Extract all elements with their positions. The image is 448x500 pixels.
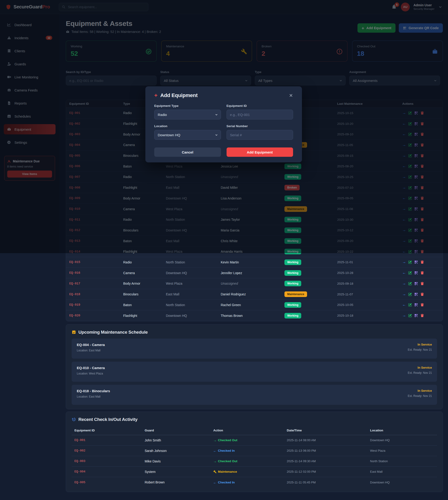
arrow-left-icon[interactable]: ← xyxy=(402,303,406,307)
serial-number-label: Serial Number xyxy=(226,124,293,128)
qr-code-icon[interactable] xyxy=(414,271,418,275)
equipment-type-select[interactable]: Radio xyxy=(154,110,221,119)
arrow-right-icon[interactable]: → xyxy=(402,260,406,264)
location-label: Location xyxy=(154,124,221,128)
trash-icon[interactable] xyxy=(420,303,424,307)
arrow-right-icon[interactable]: → xyxy=(402,314,406,318)
arrow-right-icon[interactable]: → xyxy=(402,282,406,286)
equipment-id: EQ-018 xyxy=(66,292,123,296)
activity-location: West Plaza xyxy=(370,449,437,452)
edit-icon[interactable] xyxy=(408,282,412,286)
activity-location: Downtown HQ xyxy=(370,481,437,484)
cancel-button[interactable]: Cancel xyxy=(154,147,221,157)
trash-icon[interactable] xyxy=(420,271,424,275)
trash-icon[interactable] xyxy=(420,292,424,296)
guard-name: Robert Brown xyxy=(145,480,213,484)
table-row: EQ-019 Baton North Station Rachel Green … xyxy=(66,300,443,310)
qr-code-icon[interactable] xyxy=(414,282,418,286)
equipment-id: EQ-003 xyxy=(72,459,145,463)
maintenance-item-name: EQ-018 - Binoculars xyxy=(77,389,110,393)
wrench-icon xyxy=(213,470,217,473)
guard-name: Mike Davis xyxy=(145,459,213,463)
maintenance-schedule-section: Upcoming Maintenance Schedule EQ-004 - C… xyxy=(66,324,443,409)
last-maintenance-date: 2025-09-18 xyxy=(337,282,402,285)
equipment-id: EQ-004 xyxy=(72,470,145,473)
trash-icon[interactable] xyxy=(420,260,424,264)
equipment-assigned: Kevin Martin xyxy=(221,260,285,264)
trash-icon[interactable] xyxy=(420,282,424,286)
table-row: EQ-003 Mike Davis →Checked Out 2025-11-1… xyxy=(72,456,437,467)
location-select[interactable]: Downtown HQ xyxy=(154,130,221,140)
activity-datetime: 2025-11-12 02:00 PM xyxy=(287,470,370,473)
edit-icon[interactable] xyxy=(408,303,412,307)
equipment-id: EQ-001 xyxy=(72,438,145,442)
table-row: EQ-017 Body Armor West Plaza Unassigned … xyxy=(66,278,443,289)
serial-number-input[interactable] xyxy=(230,133,290,137)
add-equipment-modal: + Add Equipment Equipment Type Radio Equ… xyxy=(145,86,302,162)
status-badge: Working xyxy=(285,302,301,308)
maintenance-item: EQ-004 - Camera Location: East Mall In S… xyxy=(72,339,437,359)
equipment-id-input[interactable] xyxy=(230,113,290,117)
last-maintenance-date: 2025-10-05 xyxy=(337,303,402,306)
table-row: EQ-005 Robert Brown ←Checked In 2025-11-… xyxy=(72,477,437,488)
edit-icon[interactable] xyxy=(408,271,412,275)
ready-estimate: Est. Ready: Nov 21 xyxy=(408,348,432,351)
table-row: EQ-001 John Smith →Checked Out 2025-11-1… xyxy=(72,435,437,446)
equipment-location: Downtown HQ xyxy=(166,314,221,318)
last-maintenance-date: 2025-11-01 xyxy=(337,260,402,264)
in-service-badge: In Service xyxy=(408,389,432,392)
modal-title: Add Equipment xyxy=(160,92,198,98)
arrow-right-icon: → xyxy=(213,460,217,463)
table-row: EQ-002 Sarah Johnson ←Checked In 2025-11… xyxy=(72,446,437,456)
arrow-right-icon[interactable]: → xyxy=(402,292,406,296)
maintenance-item-location: Location: West Plaza xyxy=(77,372,105,375)
ready-estimate: Est. Ready: Nov 21 xyxy=(408,394,432,398)
equipment-type: Body Armor xyxy=(123,282,166,285)
status-badge: Working xyxy=(285,313,301,319)
activity-datetime: 2025-11-11 05:45 PM xyxy=(287,481,370,484)
equipment-assigned: Jennifer Lopez xyxy=(221,271,285,275)
arrow-left-icon: ← xyxy=(213,449,217,452)
qr-code-icon[interactable] xyxy=(414,314,418,318)
trash-icon[interactable] xyxy=(420,314,424,318)
equipment-type: Baton xyxy=(123,303,166,307)
arrow-left-icon[interactable]: ← xyxy=(402,271,406,275)
modal-add-equipment-button[interactable]: Add Equipment xyxy=(226,147,293,157)
equipment-location: West Plaza xyxy=(166,282,221,285)
equipment-type: Radio xyxy=(123,260,166,264)
plus-icon: + xyxy=(154,93,158,98)
qr-code-icon[interactable] xyxy=(414,292,418,296)
activity-table-header: Equipment ID Guard Action Date/Time Loca… xyxy=(72,426,437,435)
ready-estimate: Est. Ready: Nov 21 xyxy=(408,371,432,374)
table-row: EQ-015 Radio North Station Kevin Martin … xyxy=(66,257,443,268)
edit-icon[interactable] xyxy=(408,292,412,296)
equipment-id: EQ-019 xyxy=(66,303,123,306)
equipment-type: Flashlight xyxy=(123,314,166,318)
guard-name: John Smith xyxy=(145,438,213,442)
qr-code-icon[interactable] xyxy=(414,260,418,264)
equipment-id: EQ-020 xyxy=(66,314,123,317)
action-label: Maintenance xyxy=(213,470,287,473)
equipment-location: Downtown HQ xyxy=(166,271,221,275)
table-row: EQ-020 Flashlight Downtown HQ Thomas Bro… xyxy=(66,310,443,321)
close-icon[interactable] xyxy=(289,93,293,97)
qr-code-icon[interactable] xyxy=(414,303,418,307)
action-label: ←Checked In xyxy=(213,449,287,452)
equipment-location: North Station xyxy=(166,260,221,264)
maintenance-item-location: Location: East Mall xyxy=(77,349,105,352)
edit-icon[interactable] xyxy=(408,314,412,318)
in-service-badge: In Service xyxy=(408,366,432,369)
equipment-assigned: Thomas Brown xyxy=(221,314,285,318)
activity-location: Downtown HQ xyxy=(370,438,437,442)
status-badge: Working xyxy=(285,259,301,265)
equipment-id: EQ-015 xyxy=(66,260,123,264)
maintenance-section-title: Upcoming Maintenance Schedule xyxy=(78,330,148,335)
activity-datetime: 2025-11-14 09:30 AM xyxy=(287,459,370,463)
last-maintenance-date: 2025-10-28 xyxy=(337,271,402,274)
guard-name: System xyxy=(145,470,213,474)
equipment-id: EQ-005 xyxy=(72,481,145,484)
action-label: →Checked Out xyxy=(213,459,287,463)
edit-icon[interactable] xyxy=(408,260,412,264)
maintenance-item-name: EQ-004 - Camera xyxy=(77,343,105,347)
activity-location: East Mall xyxy=(370,470,437,473)
